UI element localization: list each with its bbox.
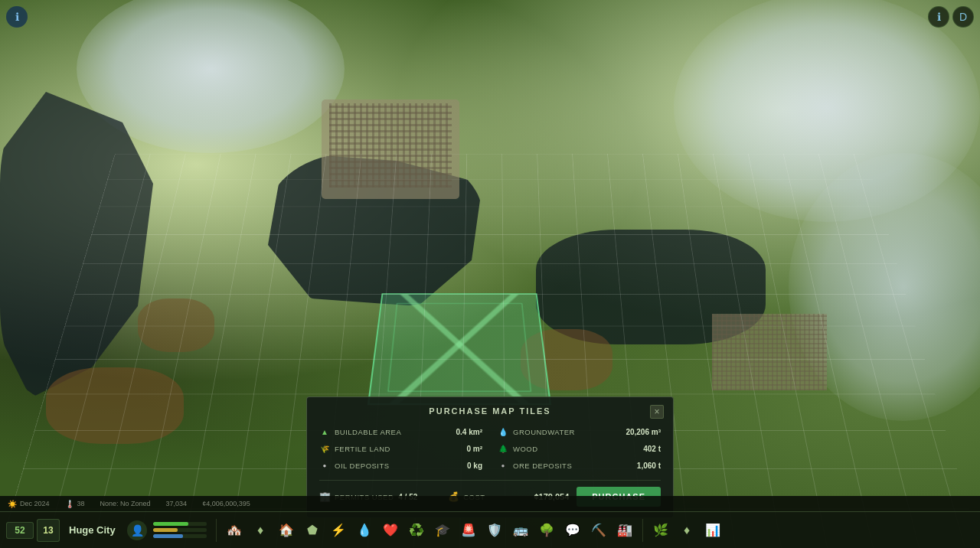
zone-office-icon[interactable]: 🏠 [275, 519, 298, 542]
status-bar: ☀️ Dec 2024 🌡️ 38 None: No Zoned 37,034 … [0, 496, 980, 511]
progress-fill-2 [153, 528, 178, 532]
discord-icon[interactable]: D [952, 6, 974, 28]
oil-icon: ● [319, 460, 330, 471]
oil-deposits-label: OIL DEPOSITS [335, 462, 462, 470]
progress-fill-1 [153, 522, 188, 526]
stat-oil-deposits: ● OIL DEPOSITS 0 kg [319, 458, 482, 472]
communication-icon[interactable]: 💬 [561, 519, 584, 542]
status-temp: 🌡️ 38 [65, 500, 85, 508]
groundwater-value: 20,206 m³ [626, 428, 661, 436]
fertile-land-icon: 🌾 [319, 443, 330, 454]
status-zone-value: None: No Zoned [100, 500, 151, 507]
ore-icon: ● [498, 460, 508, 471]
stat-wood: 🌲 WOOD 402 t [498, 442, 661, 455]
mining-icon[interactable]: ⛏️ [587, 519, 610, 542]
status-pop-value: 37,034 [166, 500, 188, 507]
info-icon-label: ℹ [937, 11, 941, 23]
status-money: ¢4,006,000,395 [202, 500, 250, 507]
stats-grid: ▲ BUILDABLE AREA 0.4 km² 💧 GROUNDWATER 2… [319, 425, 661, 472]
discord-icon-label: D [959, 11, 967, 23]
groundwater-label: GROUNDWATER [513, 428, 621, 436]
level-display: 13 [37, 519, 60, 542]
electricity-icon[interactable]: ⚡ [327, 519, 350, 542]
separator-1 [216, 519, 217, 542]
progress-bar-1 [153, 522, 207, 526]
stat-ore-deposits: ● ORE DEPOSITS 1,060 t [498, 458, 661, 472]
parks-icon[interactable]: 🌳 [535, 519, 558, 542]
taskbar: 52 13 Huge City 👤 🏘️ ♦ 🏠 ⬟ ⚡ 💧 ❤️ ♻️ 🎓 🚨… [0, 511, 980, 548]
status-zone: None: No Zoned [100, 500, 151, 507]
zone-commercial-icon[interactable]: ♦ [249, 519, 272, 542]
top-right-icons: ℹ D [928, 6, 974, 28]
close-button[interactable]: × [650, 405, 664, 419]
progress-bars [150, 522, 210, 538]
nature-icon[interactable]: 🌿 [649, 519, 672, 542]
fertile-land-label: FERTILE LAND [335, 445, 462, 453]
health-icon[interactable]: ❤️ [379, 519, 402, 542]
stat-groundwater: 💧 GROUNDWATER 20,206 m³ [498, 425, 661, 439]
buildable-area-value: 0.4 km² [456, 428, 482, 436]
ore-deposits-value: 1,060 t [637, 462, 661, 470]
progress-fill-3 [153, 534, 183, 538]
water-icon[interactable]: 💧 [353, 519, 376, 542]
ore-deposits-label: ORE DEPOSITS [513, 462, 632, 470]
city-name: Huge City [63, 524, 124, 536]
waste-icon[interactable]: ♻️ [405, 519, 428, 542]
wood-value: 402 t [643, 445, 661, 453]
fire-icon[interactable]: 🚨 [457, 519, 480, 542]
wood-icon: 🌲 [498, 443, 508, 454]
industry-icon[interactable]: 🏭 [613, 519, 636, 542]
temp-icon: 🌡️ [65, 500, 74, 508]
top-left-icon[interactable]: ℹ [6, 6, 28, 28]
status-population: 37,034 [166, 500, 188, 507]
zone-residential-icon[interactable]: 🏘️ [223, 519, 246, 542]
status-temp-value: 38 [77, 500, 85, 507]
transport-icon[interactable]: 🚌 [509, 519, 532, 542]
map-icon[interactable]: ♦ [675, 519, 698, 542]
fertile-land-value: 0 m² [466, 445, 482, 453]
top-left-icon-label: ℹ [15, 11, 19, 23]
status-date: ☀️ Dec 2024 [8, 500, 50, 508]
buildable-area-icon: ▲ [319, 426, 330, 437]
oil-deposits-value: 0 kg [467, 462, 482, 470]
progress-bar-2 [153, 528, 207, 532]
stats-icon[interactable]: 📊 [701, 519, 724, 542]
divider [319, 480, 661, 481]
buildable-area-label: BUILDABLE AREA [335, 428, 452, 436]
education-icon[interactable]: 🎓 [431, 519, 454, 542]
dialog-title: PURCHASE MAP TILES [319, 406, 661, 416]
separator-2 [642, 519, 643, 542]
close-icon: × [654, 407, 659, 416]
groundwater-icon: 💧 [498, 426, 508, 437]
wood-label: WOOD [513, 445, 639, 453]
status-date-value: Dec 2024 [20, 500, 50, 507]
police-icon[interactable]: 🛡️ [483, 519, 506, 542]
stat-buildable-area: ▲ BUILDABLE AREA 0.4 km² [319, 425, 482, 439]
info-icon[interactable]: ℹ [928, 6, 949, 28]
status-money-value: ¢4,006,000,395 [202, 500, 250, 507]
progress-bar-3 [153, 534, 207, 538]
money-display: 52 [6, 522, 34, 539]
sun-icon: ☀️ [8, 500, 17, 508]
zone-industrial-icon[interactable]: ⬟ [301, 519, 324, 542]
population-icon: 👤 [127, 520, 147, 540]
stat-fertile-land: 🌾 FERTILE LAND 0 m² [319, 442, 482, 455]
